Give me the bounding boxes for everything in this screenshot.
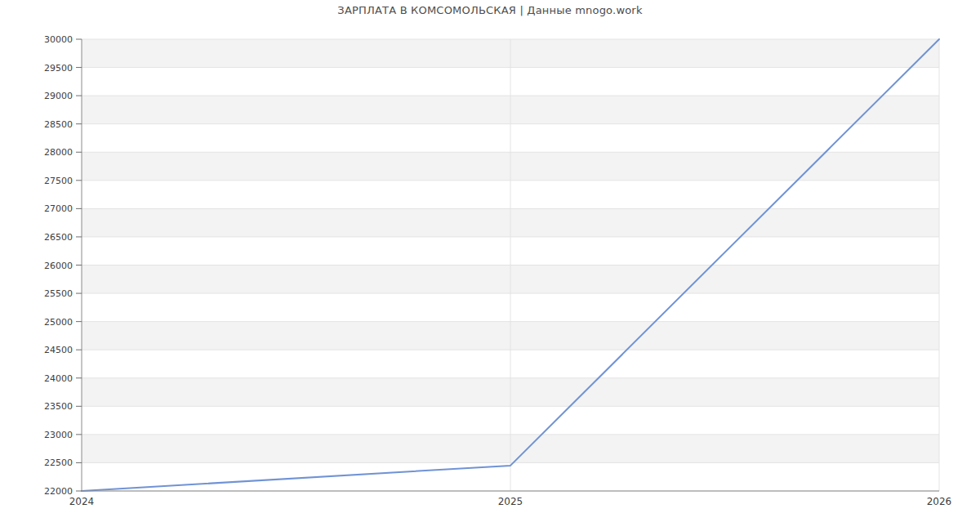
y-tick-label: 30000 xyxy=(44,34,73,45)
y-tick-label: 23000 xyxy=(44,430,73,440)
y-tick-label: 24500 xyxy=(44,345,73,355)
y-tick-label: 29000 xyxy=(44,91,73,101)
y-tick-label: 22500 xyxy=(44,457,73,468)
y-tick-label: 28500 xyxy=(44,119,73,130)
chart-page: ЗАРПЛАТА В КОМСОМОЛЬСКАЯ | Данные mnogo.… xyxy=(0,0,980,531)
line-chart: 2200022500230002350024000245002500025500… xyxy=(0,0,980,531)
x-tick-label: 2026 xyxy=(927,496,952,507)
y-tick-label: 29500 xyxy=(44,63,73,74)
x-tick-label: 2024 xyxy=(69,496,95,507)
y-tick-label: 24000 xyxy=(44,373,73,384)
y-tick-label: 25500 xyxy=(44,288,73,299)
y-tick-label: 25000 xyxy=(44,317,73,328)
y-tick-label: 26500 xyxy=(44,232,73,243)
y-tick-label: 27500 xyxy=(44,176,73,186)
x-tick-label: 2025 xyxy=(498,496,523,507)
y-tick-label: 26000 xyxy=(44,261,73,271)
y-tick-label: 27000 xyxy=(44,203,73,214)
y-tick-label: 23500 xyxy=(44,401,73,412)
y-tick-label: 28000 xyxy=(44,147,73,158)
